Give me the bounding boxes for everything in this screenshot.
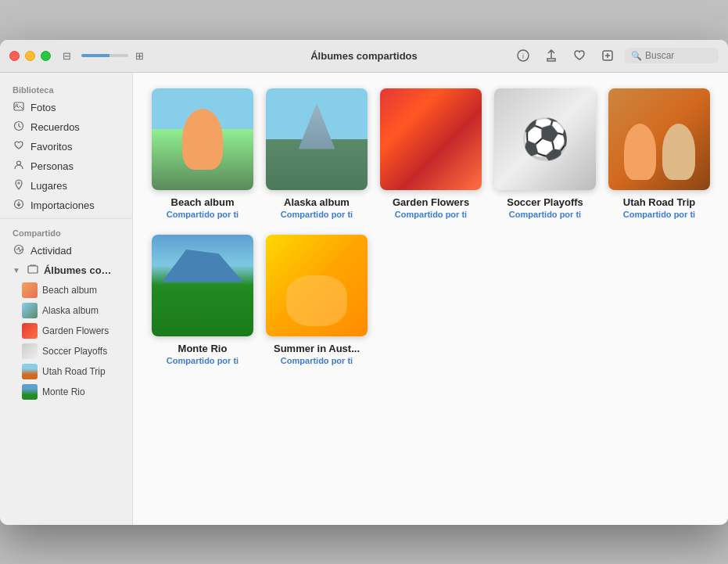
sidebar-toggle-button[interactable]: ⊟ — [59, 48, 75, 64]
album-thumb-beach — [152, 88, 253, 190]
sidebar-item-personas[interactable]: Personas — [0, 156, 132, 176]
flowers-thumb-mini — [22, 323, 38, 339]
zoom-slider[interactable] — [81, 54, 128, 57]
sidebar-item-favoritos[interactable]: Favoritos — [0, 137, 132, 156]
album-thumb-summer — [266, 235, 368, 336]
monte-sub-label: Monte Rio — [42, 386, 85, 397]
album-item-flowers[interactable]: Garden FlowersCompartido por ti — [380, 88, 482, 219]
lugares-icon — [13, 179, 25, 192]
sidebar-item-recuerdos[interactable]: Recuerdos — [0, 117, 132, 137]
album-item-monte[interactable]: Monte RioCompartido por ti — [152, 235, 253, 365]
sidebar-item-fotos[interactable]: Fotos — [0, 98, 132, 117]
album-subtitle-monte: Compartido por ti — [167, 356, 238, 365]
window-title: Álbumes compartidos — [310, 50, 418, 62]
lugares-label: Lugares — [30, 180, 67, 192]
fotos-label: Fotos — [30, 102, 56, 113]
sidebar-sub-beach[interactable]: Beach album — [0, 280, 132, 300]
sidebar-item-albumes[interactable]: ▼ Álbumes compartid... — [0, 260, 132, 280]
soccer-sub-label: Soccer Playoffs — [42, 346, 107, 357]
actividad-label: Actividad — [30, 245, 72, 257]
album-subtitle-alaska: Compartido por ti — [281, 210, 353, 219]
sidebar-sub-soccer[interactable]: Soccer Playoffs — [0, 341, 132, 361]
search-input[interactable] — [645, 50, 708, 61]
view-controls: ⊟ ⊞ — [59, 48, 148, 64]
alaska-thumb-mini — [22, 303, 38, 318]
album-name-beach: Beach album — [171, 196, 235, 208]
album-name-monte: Monte Rio — [178, 343, 228, 354]
album-subtitle-soccer: Compartido por ti — [509, 210, 581, 219]
svg-rect-10 — [28, 266, 38, 273]
favoritos-icon — [13, 140, 25, 153]
sidebar-sub-monte[interactable]: Monte Rio — [0, 382, 132, 402]
utah-thumb-mini — [22, 364, 38, 379]
album-name-utah: Utah Road Trip — [623, 196, 695, 208]
albumes-label: Álbumes compartid... — [44, 264, 120, 276]
sidebar-divider — [0, 218, 132, 219]
zoom-slider-container — [81, 54, 128, 57]
album-subtitle-summer: Compartido por ti — [281, 356, 353, 365]
album-thumb-utah — [608, 88, 710, 190]
search-icon: 🔍 — [631, 51, 642, 61]
albums-grid: Beach albumCompartido por tiAlaska album… — [152, 88, 709, 365]
album-item-beach[interactable]: Beach albumCompartido por ti — [152, 88, 253, 219]
recuerdos-icon — [13, 120, 25, 134]
disclosure-icon: ▼ — [13, 266, 20, 275]
beach-thumb-mini — [22, 282, 38, 298]
svg-text:i: i — [522, 52, 524, 60]
titlebar: ⊟ ⊞ Álbumes compartidos i — [0, 40, 728, 73]
sidebar-sub-alaska[interactable]: Alaska album — [0, 300, 132, 321]
sidebar-item-importaciones[interactable]: Importaciones — [0, 196, 132, 215]
sidebar-item-lugares[interactable]: Lugares — [0, 176, 132, 196]
albumes-icon — [27, 264, 38, 277]
importaciones-icon — [13, 199, 25, 212]
utah-sub-label: Utah Road Trip — [42, 366, 106, 377]
soccer-thumb-mini — [22, 343, 38, 359]
add-button[interactable] — [597, 45, 619, 66]
svg-point-6 — [17, 161, 21, 165]
favoritos-label: Favoritos — [30, 141, 72, 153]
alaska-sub-label: Alaska album — [42, 305, 99, 316]
library-section-header: Biblioteca — [0, 79, 132, 98]
beach-sub-label: Beach album — [42, 285, 97, 296]
sidebar-sub-utah[interactable]: Utah Road Trip — [0, 361, 132, 382]
album-thumb-alaska — [266, 88, 368, 190]
album-subtitle-beach: Compartido por ti — [167, 210, 238, 219]
importaciones-label: Importaciones — [30, 199, 95, 211]
app-window: ⊟ ⊞ Álbumes compartidos i — [0, 40, 728, 525]
maximize-button[interactable] — [41, 51, 51, 61]
album-item-summer[interactable]: Summer in Aust...Compartido por ti — [266, 235, 368, 365]
sidebar-sub-flowers[interactable]: Garden Flowers — [0, 321, 132, 341]
personas-icon — [13, 160, 25, 173]
content-area: Biblioteca Fotos — [0, 73, 728, 525]
heart-button[interactable] — [568, 45, 590, 66]
grid-view-button[interactable]: ⊞ — [131, 48, 148, 64]
main-area: Beach albumCompartido por tiAlaska album… — [133, 73, 728, 525]
share-button[interactable] — [540, 45, 562, 66]
sidebar: Biblioteca Fotos — [0, 73, 133, 525]
search-box: 🔍 — [625, 48, 719, 63]
info-button[interactable]: i — [512, 45, 534, 66]
album-thumb-soccer — [494, 88, 596, 190]
album-name-alaska: Alaska album — [284, 196, 350, 208]
flowers-sub-label: Garden Flowers — [42, 325, 109, 336]
sidebar-item-actividad[interactable]: Actividad — [0, 241, 132, 260]
traffic-lights — [9, 51, 51, 61]
album-item-alaska[interactable]: Alaska albumCompartido por ti — [266, 88, 368, 219]
album-name-soccer: Soccer Playoffs — [507, 196, 583, 208]
album-subtitle-utah: Compartido por ti — [623, 210, 695, 219]
album-item-utah[interactable]: Utah Road TripCompartido por ti — [608, 88, 710, 219]
shared-section-header: Compartido — [0, 222, 132, 241]
album-name-summer: Summer in Aust... — [274, 343, 360, 354]
album-subtitle-flowers: Compartido por ti — [395, 210, 467, 219]
album-thumb-monte — [152, 235, 253, 336]
recuerdos-label: Recuerdos — [30, 121, 80, 133]
minimize-button[interactable] — [25, 51, 35, 61]
personas-label: Personas — [30, 160, 74, 172]
album-name-flowers: Garden Flowers — [393, 196, 469, 208]
monte-thumb-mini — [22, 384, 38, 400]
close-button[interactable] — [9, 51, 20, 61]
album-thumb-flowers — [380, 88, 482, 190]
album-item-soccer[interactable]: Soccer PlayoffsCompartido por ti — [494, 88, 596, 219]
actividad-icon — [13, 244, 25, 257]
photos-icon — [13, 101, 25, 114]
